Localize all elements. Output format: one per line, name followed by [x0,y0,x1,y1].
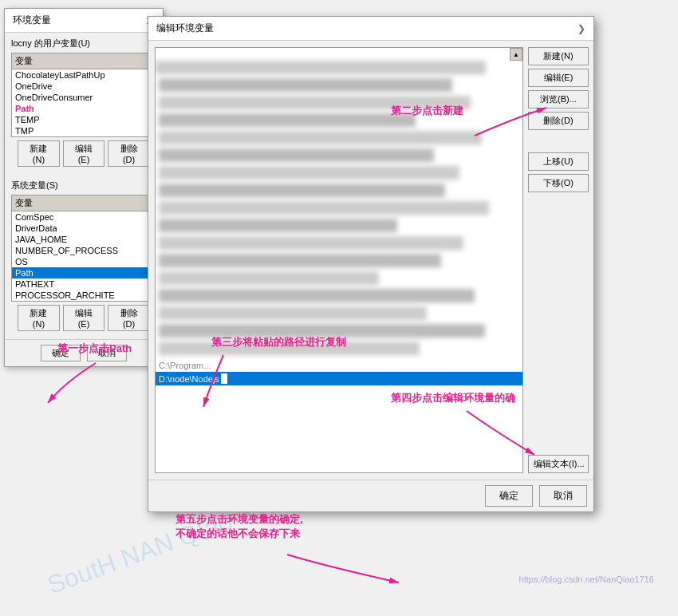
system-var-row[interactable]: OS [12,256,156,267]
user-variables-table: 变量 ChocolateyLastPathUp OneDrive OneDriv… [11,53,156,137]
path-list-item[interactable] [159,131,482,145]
user-var-row[interactable]: TMP [12,125,156,137]
env-variables-dialog: 环境变量 ✕ locny 的用户变量(U) 变量 ChocolateyLastP… [4,8,164,367]
maximize-button[interactable]: ❯ [577,23,585,34]
path-list-item[interactable] [159,219,397,233]
processor-arch-row[interactable]: PROCESSOR_ARCHITE [12,290,156,302]
user-var-row[interactable]: OneDrive [12,81,156,92]
edit-dialog-titlebar: 编辑环境变量 ❯ [148,17,593,41]
path-list-item[interactable] [159,271,379,286]
system-new-btn[interactable]: 新建(N) [18,305,60,331]
path-list-item[interactable] [159,201,489,215]
path-list-item[interactable] [156,61,486,75]
selected-path-row[interactable]: D:\node\Nodejs [156,372,522,385]
system-col-header: 变量 [12,195,156,211]
path-list-item[interactable] [159,184,445,198]
env-dialog-title: 环境变量 [13,14,51,27]
system-var-row[interactable]: DriverData [12,223,156,234]
edit-dialog-sidebar: 新建(N) 编辑(E) 浏览(B)... 删除(D) 上移(U) 下移(O) 编… [523,41,593,480]
edit-dialog-body: ▲ C:\Program... D:\node\Nodejs [148,41,593,480]
system-variables-section: 系统变量(S) 变量 ComSpec DriverData JAVA_HOME … [5,175,163,339]
path-list-area[interactable]: ▲ C:\Program... D:\node\Nodejs [155,47,523,473]
new-path-btn[interactable]: 新建(N) [528,47,589,65]
delete-path-btn[interactable]: 删除(D) [528,112,589,130]
user-var-row[interactable]: ChocolateyLastPathUp [12,69,156,81]
user-var-row[interactable]: TEMP [12,114,156,125]
user-section-buttons: 新建(N) 编辑(E) 删除(D) [11,137,156,170]
env-dialog-titlebar: 环境变量 ✕ [5,9,163,33]
step5-annotation: 第五步点击环境变量的确定, 不确定的话他不会保存下来 [175,512,303,541]
edit-path-btn[interactable]: 编辑(E) [528,69,589,87]
path-list-item[interactable] [159,289,475,303]
path-list-item[interactable] [159,166,459,180]
edit-dialog-title: 编辑环境变量 [156,22,214,35]
user-delete-btn[interactable]: 删除(D) [108,140,150,167]
user-section-title: locny 的用户变量(U) [11,38,156,49]
path-list-item[interactable] [159,236,463,251]
user-new-btn[interactable]: 新建(N) [18,140,60,167]
env-ok-btn[interactable]: 确定 [41,345,81,361]
path-list-item[interactable] [159,96,471,110]
scroll-up-arrow[interactable]: ▲ [510,48,522,61]
system-path-row[interactable]: Path [12,267,156,278]
system-var-row[interactable]: PATHEXT [12,278,156,290]
path-list-item[interactable] [159,324,485,338]
user-path-row[interactable]: Path [12,103,156,114]
path-list-item[interactable] [159,254,441,268]
step5-arrow [247,551,407,614]
edit-ok-btn[interactable]: 确定 [485,485,533,507]
env-cancel-btn[interactable]: 取消 [87,345,127,361]
java-home-row[interactable]: JAVA_HOME [12,234,156,245]
selected-path-value: D:\node\Nodejs [159,374,219,384]
user-var-row[interactable]: OneDriveConsumer [12,92,156,103]
browse-btn[interactable]: 浏览(B)... [528,90,589,109]
path-list-item[interactable] [159,306,427,321]
move-down-btn[interactable]: 下移(O) [528,174,589,192]
edit-cancel-btn[interactable]: 取消 [539,485,587,507]
user-edit-btn[interactable]: 编辑(E) [63,140,104,167]
edit-text-btn[interactable]: 编辑文本(I)... [528,455,589,473]
edit-dialog-footer: 确定 取消 [148,480,593,511]
path-list-item[interactable] [159,342,420,356]
system-section-title: 系统变量(S) [11,180,156,192]
path-list-item[interactable] [159,113,416,128]
user-variables-section: locny 的用户变量(U) 变量 ChocolateyLastPathUp O… [5,33,163,175]
path-list-item[interactable] [159,78,452,93]
watermark-url: https://blog.csdn.net/NanQiao1716 [519,575,654,584]
gray-path-row[interactable]: C:\Program... [156,359,522,372]
system-var-row[interactable]: NUMBER_OF_PROCESS [12,245,156,256]
edit-env-dialog: 编辑环境变量 ❯ ▲ C:\Program... [148,16,594,512]
system-section-buttons: 新建(N) 编辑(E) 删除(D) [11,302,156,334]
system-delete-btn[interactable]: 删除(D) [108,305,150,331]
move-up-btn[interactable]: 上移(U) [528,152,589,171]
system-var-row[interactable]: ComSpec [12,211,156,223]
path-list-item[interactable] [159,148,434,163]
system-edit-btn[interactable]: 编辑(E) [63,305,104,331]
env-dialog-footer: 确定 取消 [5,339,163,366]
user-col-header: 变量 [12,53,156,69]
system-variables-table: 变量 ComSpec DriverData JAVA_HOME NUMBER_O… [11,195,156,302]
